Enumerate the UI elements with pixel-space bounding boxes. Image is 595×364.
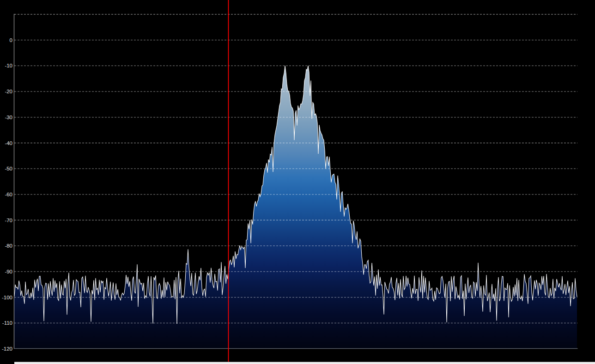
db-tick-label: -80 — [5, 243, 12, 249]
db-tick-label: 0 — [10, 37, 12, 43]
db-tick-label: -70 — [5, 218, 12, 223]
db-tick-label: -20 — [5, 89, 12, 94]
db-tick-label: -90 — [5, 269, 12, 274]
db-tick-label: -50 — [5, 166, 12, 171]
db-tick-label: -60 — [5, 192, 12, 197]
bottom-window-edge — [14, 362, 595, 364]
db-tick-label: -40 — [5, 140, 12, 146]
db-tick-label: -110 — [2, 320, 12, 326]
db-tick-label: -30 — [5, 115, 12, 120]
db-tick-label: -120 — [2, 346, 12, 352]
db-tick-label: -10 — [5, 63, 12, 68]
db-tick-label: -100 — [2, 295, 12, 300]
spectrum-plot[interactable]: 0-10-20-30-40-50-60-70-80-90-100-110-120 — [0, 0, 595, 364]
spectrum-analyzer-panel: 0-10-20-30-40-50-60-70-80-90-100-110-120 — [0, 0, 595, 364]
